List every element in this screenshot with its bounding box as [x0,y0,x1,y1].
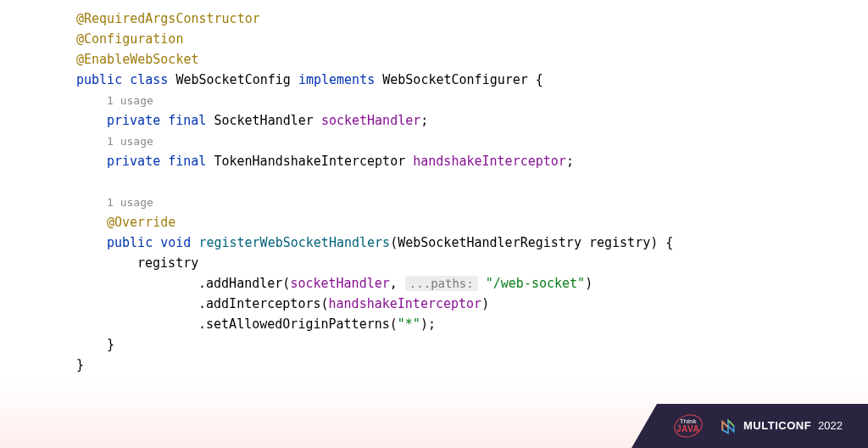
paren-open: ( [390,235,398,250]
annotation-override: @Override [107,215,175,230]
kw-public: public [76,72,122,87]
annotation-enablewebsocket: @EnableWebSocket [76,52,199,67]
multiconf-icon [720,417,737,434]
call-addhandler: addHandler [206,276,282,291]
paren-open: ( [321,296,329,311]
inlay-hint-paths: ...paths: [405,276,478,291]
kw-void: void [160,235,191,250]
usage-hint: 1 usage [107,135,153,148]
field-interceptor: handshakeInterceptor [413,154,566,169]
brace-close: } [76,357,84,372]
footer-badge: Think JAVA MULTICONF 2022 [632,404,868,448]
multiconf-logo: MULTICONF 2022 [720,417,843,435]
kw-implements: implements [298,72,375,87]
type-tokeninterceptor: TokenHandshakeInterceptor [214,154,405,169]
string-star: "*" [398,316,420,332]
paren-close-brace: ) { [650,235,673,250]
kw-class: class [130,72,168,87]
kw-private: private [107,113,160,128]
semicolon: ; [566,154,574,169]
class-name: WebSocketConfig [175,72,290,87]
annotation-configuration: @Configuration [76,31,183,47]
call-setallowed: setAllowedOriginPatterns [206,316,390,332]
multiconf-text: MULTICONF [743,417,811,435]
dot: . [198,316,206,332]
dot: . [198,276,206,291]
multiconf-year: 2022 [818,417,843,435]
usage-hint: 1 usage [107,94,153,107]
dot: . [198,296,206,311]
paren-open: ( [390,316,398,332]
arg-interceptor: handshakeInterceptor [329,296,482,311]
brace-close: } [107,337,114,352]
kw-public: public [107,235,153,250]
semicolon: ; [420,113,428,128]
paren-close-semi: ); [420,316,436,332]
param-name: registry [589,235,650,250]
arg-sockethandler: socketHandler [290,276,389,291]
registry-ref: registry [137,255,198,271]
string-websocket: "/web-socket" [486,276,585,291]
code-block: @RequiredArgsConstructor @Configuration … [0,0,868,375]
kw-private: private [107,154,160,169]
kw-final: final [168,154,206,169]
brace-open: { [528,72,543,87]
interface-name: WebSocketConfigurer [382,72,528,87]
type-sockethandler: SocketHandler [214,113,313,128]
java-text: JAVA [676,425,699,434]
field-sockethandler: socketHandler [321,113,420,128]
annotation-required: @RequiredArgsConstructor [76,11,260,26]
call-addinterceptors: addInterceptors [206,296,320,311]
method-name: registerWebSocketHandlers [198,235,390,250]
paren-close: ) [585,276,593,291]
param-type: WebSocketHandlerRegistry [398,235,581,250]
thinkjava-logo: Think JAVA [674,415,703,437]
comma: , [390,276,405,291]
usage-hint: 1 usage [107,196,153,209]
paren-close: ) [481,296,489,311]
kw-final: final [168,113,206,128]
